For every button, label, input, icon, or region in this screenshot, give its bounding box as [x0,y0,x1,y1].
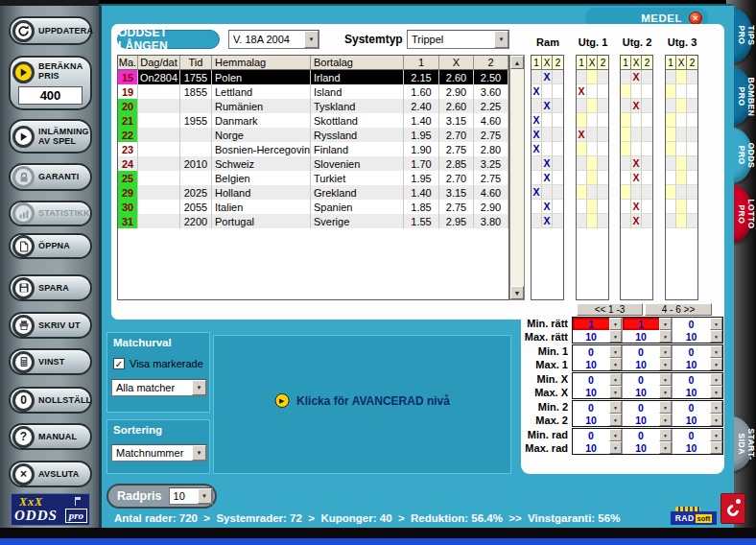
grid-cell[interactable]: X [532,185,542,200]
grid-cell[interactable] [687,142,697,156]
grid-cell[interactable] [577,156,587,171]
grid-cell[interactable]: X [631,200,642,214]
grid-cell[interactable] [587,214,598,228]
grid-cell[interactable] [587,171,598,185]
grid-cell[interactable]: X [532,113,542,128]
chevron-down-icon[interactable]: ▼ [198,488,212,504]
grid-cell[interactable] [666,142,676,156]
tab-start-sida-label[interactable]: START-SIDA [736,428,755,460]
column-header-dagdat[interactable]: Dag/dat [138,56,180,70]
limit-select-min-r-tt-2[interactable]: 1▼ [623,318,673,330]
grid-cell[interactable]: X [631,70,642,84]
table-row-match-22[interactable]: 22NorgeRyssland1.952.702.75 [118,128,508,142]
grid-cell[interactable] [666,128,676,142]
chevron-down-icon[interactable]: ▼ [710,401,722,414]
grid-cell[interactable] [542,185,553,200]
grid-cell[interactable] [676,214,687,228]
limit-select-max-r-tt-1[interactable]: 10▼ [573,330,623,343]
grid-cell[interactable] [676,200,687,214]
chevron-down-icon[interactable]: ▼ [609,386,622,398]
sidebar-button-garanti[interactable]: GARANTI [9,163,92,191]
chevron-down-icon[interactable]: ▼ [659,441,672,454]
grid-cell[interactable] [577,185,587,200]
grid-cell[interactable] [577,70,587,84]
sidebar-button-skriv-ut[interactable]: SKRIV UT [9,312,92,339]
chevron-down-icon[interactable]: ▼ [192,380,206,395]
grid-cell[interactable]: X [542,171,553,185]
grid-cell[interactable] [687,128,697,142]
chevron-down-icon[interactable]: ▼ [659,345,672,358]
sidebar-button-manual[interactable]: ?MANUAL [9,423,92,450]
grid-cell[interactable] [598,113,608,128]
grid-cell[interactable]: X [577,128,587,142]
grid-cell[interactable] [621,156,631,171]
grid-cell[interactable] [687,99,697,113]
table-row-match-31[interactable]: 312200PortugalSverige1.552.953.80 [118,214,508,228]
grid-cell[interactable] [621,200,631,214]
tab-bomben-pro-label[interactable]: BOMBENPRO [736,77,755,116]
grid-cell[interactable] [621,214,631,228]
grid-cell[interactable] [542,113,553,128]
grid-cell[interactable] [621,113,631,128]
sidebar-button-uppdatera[interactable]: UPPDATERA [9,16,92,45]
grid-cell[interactable] [642,84,652,99]
grid-cell[interactable] [553,113,563,128]
grid-cell[interactable] [532,156,542,171]
limit-select-max-rad-1[interactable]: 10▼ [573,441,623,454]
grid-cell[interactable] [676,128,687,142]
chevron-down-icon[interactable]: ▼ [192,445,206,461]
grid-cell[interactable]: X [532,84,542,99]
grid-cell[interactable] [631,142,642,156]
tab-tips-pro-label[interactable]: TIPSPRO [736,26,755,46]
grid-cell[interactable] [621,70,631,84]
table-row-match-24[interactable]: 242010SchweizSlovenien1.702.853.25 [118,156,508,171]
grid-cell[interactable]: X [542,214,553,228]
grid-cell[interactable] [666,84,676,99]
limit-select-max-rad-3[interactable]: 10▼ [673,441,722,454]
chevron-down-icon[interactable]: ▼ [659,401,672,414]
grid-cell[interactable]: X [631,156,642,171]
grid-cell[interactable] [621,142,631,156]
limit-select-max-1-2[interactable]: 10▼ [623,358,673,370]
grid-cell[interactable] [642,156,652,171]
grid-cell[interactable] [666,156,676,171]
grid-cell[interactable] [553,99,563,113]
grid-cell[interactable] [642,171,652,185]
table-row-match-29[interactable]: 292025HollandGrekland1.403.154.60 [118,185,508,200]
chevron-down-icon[interactable]: ▼ [304,31,319,48]
grid-cell[interactable] [642,200,652,214]
grid-cell[interactable] [577,200,587,214]
grid-cell[interactable] [598,70,608,84]
limit-select-min-x-2[interactable]: 0▼ [623,373,673,386]
chevron-down-icon[interactable]: ▼ [609,330,622,343]
column-header-ma[interactable]: Ma. [118,56,138,70]
limit-select-max-2-1[interactable]: 10▼ [573,414,623,426]
grid-cell[interactable] [587,128,598,142]
limits-nav-right-button[interactable]: 4 - 6 >> [645,303,712,316]
limit-select-min-rad-2[interactable]: 0▼ [623,429,673,441]
grid-cell[interactable] [577,171,587,185]
limit-select-min-x-1[interactable]: 0▼ [573,373,623,386]
grid-cell[interactable] [642,128,652,142]
grid-cell[interactable] [577,142,587,156]
grid-cell[interactable] [577,113,587,128]
chevron-down-icon[interactable]: ▼ [609,401,622,414]
limit-select-min-r-tt-3[interactable]: 0▼ [673,318,722,330]
grid-cell[interactable] [666,70,676,84]
grid-cell[interactable] [553,171,563,185]
grid-cell[interactable] [631,113,642,128]
limit-select-min-r-tt-1[interactable]: 1▼ [573,318,623,330]
scroll-up-icon[interactable]: ▲ [510,56,524,69]
grid-cell[interactable] [553,156,563,171]
grid-cell[interactable] [631,128,642,142]
limit-select-min-2-2[interactable]: 0▼ [623,401,673,414]
chevron-down-icon[interactable]: ▼ [659,429,672,441]
limit-select-max-x-1[interactable]: 10▼ [573,386,623,398]
chevron-down-icon[interactable]: ▼ [710,414,722,426]
berakna-pris-input[interactable] [18,86,83,105]
grid-cell[interactable] [598,185,608,200]
grid-cell[interactable] [587,200,598,214]
grid-cell[interactable] [631,185,642,200]
grid-cell[interactable] [631,84,642,99]
grid-cell[interactable] [598,214,608,228]
